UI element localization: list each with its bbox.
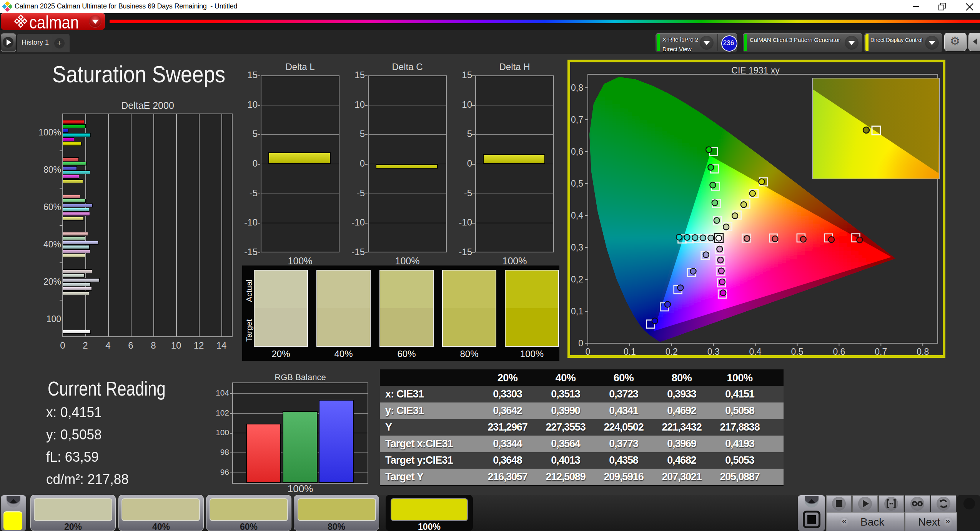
svg-text:0,1: 0,1	[624, 347, 636, 355]
svg-text:0,7: 0,7	[571, 115, 583, 125]
svg-text:0,6: 0,6	[833, 347, 845, 355]
svg-text:0,3: 0,3	[571, 242, 583, 252]
svg-text:0,5: 0,5	[791, 347, 804, 355]
svg-text:0: 0	[578, 338, 583, 348]
svg-text:0,4: 0,4	[749, 347, 762, 355]
svg-text:0,6: 0,6	[571, 147, 583, 157]
svg-text:0,5: 0,5	[571, 179, 583, 189]
svg-text:0,4: 0,4	[571, 210, 583, 220]
svg-text:0: 0	[586, 347, 591, 355]
svg-text:0,2: 0,2	[571, 274, 583, 284]
svg-text:0,2: 0,2	[666, 347, 678, 355]
svg-text:0,7: 0,7	[875, 347, 887, 355]
svg-text:0,3: 0,3	[707, 347, 720, 355]
svg-text:0,8: 0,8	[917, 347, 929, 355]
svg-text:0,8: 0,8	[571, 83, 583, 93]
svg-text:0,1: 0,1	[571, 306, 583, 316]
